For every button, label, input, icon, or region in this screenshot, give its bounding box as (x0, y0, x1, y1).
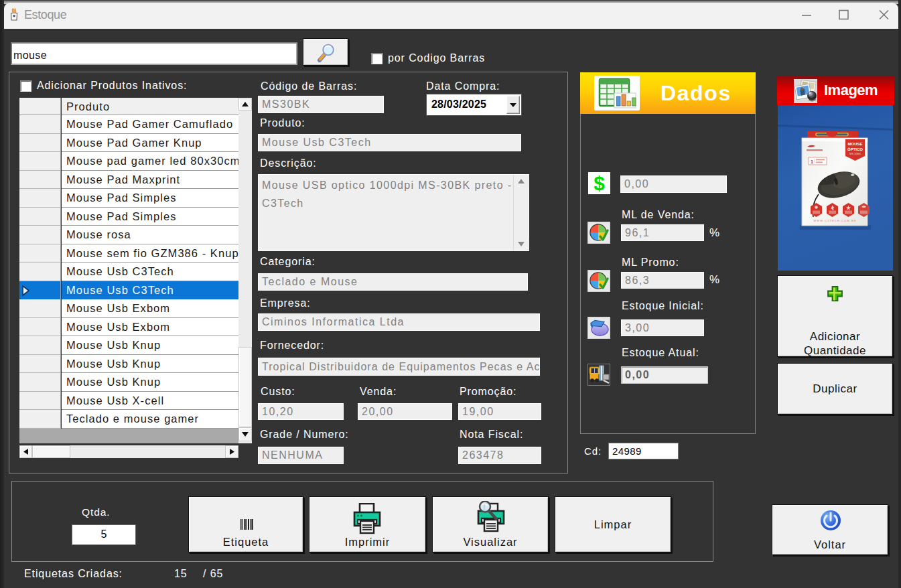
svg-text:1: 1 (811, 159, 813, 165)
svg-text:MOUSE: MOUSE (847, 142, 862, 146)
svg-text:ÓPTICO: ÓPTICO (847, 147, 863, 151)
svg-text:W W W . C 3 T E C H . C O M .: W W W . C 3 T E C H . C O M . B R (813, 219, 855, 222)
svg-text:MS-30BK: MS-30BK (849, 152, 861, 155)
